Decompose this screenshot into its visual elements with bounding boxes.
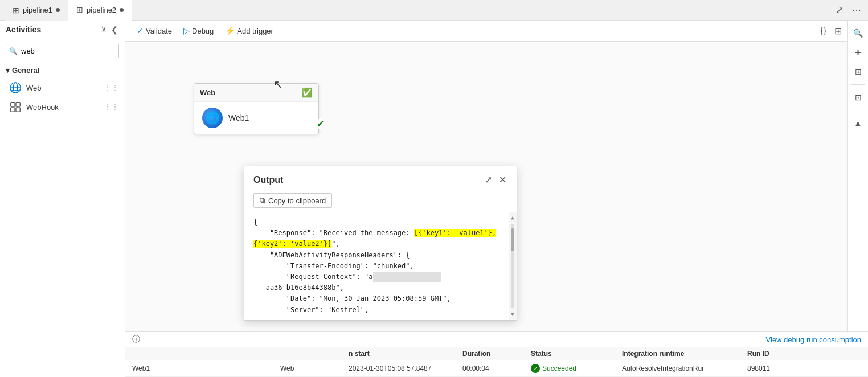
- cell-duration: 00:00:04: [462, 364, 531, 372]
- output-title: Output: [253, 175, 283, 185]
- cell-type: Web: [280, 364, 349, 372]
- svg-rect-7: [11, 108, 15, 112]
- copy-icon: ⧉: [260, 196, 265, 205]
- search-box: 🔍: [6, 44, 119, 58]
- output-line-1: {: [253, 217, 505, 228]
- canvas-area: ✓ Validate ▷ Debug ⚡ Add trigger {} ⊞ ⋯ …: [125, 21, 868, 377]
- sidebar-collapse-btn[interactable]: ❮: [110, 25, 119, 34]
- output-line-3: "ADFWebActivityResponseHeaders": {: [253, 250, 505, 261]
- tab-pipeline1-label: pipeline1: [23, 6, 52, 14]
- output-line-6: aa36-b16e8b44388b",: [253, 282, 505, 293]
- col-header-runid: Run ID: [747, 350, 861, 358]
- bottom-panel-toolbar: ⓘ View debug run consumption: [125, 332, 868, 347]
- web-globe-icon: [9, 81, 22, 94]
- tab-pipeline1-dot: [56, 8, 60, 12]
- webhook-drag-handle: ⋮⋮: [103, 103, 119, 112]
- node-header: Web ✅: [194, 84, 318, 102]
- col-header-type: [280, 350, 349, 358]
- more-menu-button[interactable]: ⋯: [850, 3, 863, 17]
- table-row: Web1 Web 2023-01-30T05:08:57.8487 00:00:…: [125, 360, 868, 377]
- node-body: 🌐 Web1: [194, 102, 318, 134]
- sidebar-title: Activities: [6, 25, 41, 34]
- pipeline2-icon: ⊞: [76, 5, 83, 14]
- cell-runid: 898011: [747, 364, 861, 372]
- table-header: n start Duration Status Integration runt…: [125, 347, 868, 360]
- group-label: General: [12, 66, 39, 75]
- view-consumption-link[interactable]: View debug run consumption: [766, 335, 861, 344]
- svg-rect-5: [11, 103, 15, 106]
- output-panel: Output ⤢ ✕ ⧉ Copy to clipboard { "Respon…: [244, 166, 517, 321]
- node-title: Web: [200, 88, 215, 97]
- sidebar: Activities ⊻ ❮ 🔍 ▾ General Web ⋮⋮: [0, 21, 125, 377]
- node-check-small-icon: ✔: [317, 118, 324, 129]
- zoom-search-button[interactable]: 🔍: [850, 25, 866, 41]
- cell-name: Web1: [132, 364, 280, 372]
- copy-label: Copy to clipboard: [268, 196, 326, 205]
- output-line-7: "Date": "Mon, 30 Jan 2023 05:08:59 GMT",: [253, 293, 505, 304]
- node-globe-icon: 🌐: [202, 108, 223, 128]
- scroll-thumb: [511, 228, 514, 251]
- col-header-name: [132, 350, 280, 358]
- output-line-5: "Request-Context": "a: [253, 272, 505, 282]
- scroll-down-btn[interactable]: ▼: [510, 309, 515, 319]
- col-header-status: Status: [531, 350, 622, 358]
- tab-pipeline2-dot: [120, 8, 124, 12]
- svg-rect-6: [16, 103, 20, 106]
- group-header-general[interactable]: ▾ General: [0, 63, 125, 78]
- sidebar-item-web[interactable]: Web ⋮⋮: [0, 78, 125, 97]
- right-sidebar: 🔍 + ⊞ ⊡ ▲: [847, 21, 868, 377]
- tab-bar: ⊞ pipeline1 ⊞ pipeline2 ⤢ ⋯: [0, 0, 868, 21]
- tab-pipeline2[interactable]: ⊞ pipeline2: [68, 0, 132, 21]
- cell-start: 2023-01-30T05:08:57.8487: [349, 364, 462, 372]
- cell-integration: AutoResolveIntegrationRur: [622, 364, 747, 372]
- main-layout: Activities ⊻ ❮ 🔍 ▾ General Web ⋮⋮: [0, 21, 868, 377]
- cell-status: ✓ Succeeded: [531, 364, 622, 373]
- scroll-track: [511, 224, 514, 308]
- col-header-integration: Integration runtime: [622, 350, 747, 358]
- output-line-2: "Response": "Received the message: [{'ke…: [253, 228, 505, 249]
- fit-screen-button[interactable]: ⊞: [850, 64, 866, 80]
- mini-map-button[interactable]: ⊡: [850, 89, 866, 105]
- sidebar-item-webhook[interactable]: WebHook ⋮⋮: [0, 97, 125, 117]
- copy-to-clipboard-button[interactable]: ⧉ Copy to clipboard: [253, 193, 332, 208]
- scrollbar[interactable]: ▲ ▼: [509, 212, 517, 320]
- info-icon: ⓘ: [132, 334, 140, 345]
- node-check-icon: ✅: [301, 87, 313, 98]
- tab-pipeline2-label: pipeline2: [87, 6, 116, 14]
- svg-rect-8: [16, 108, 20, 112]
- status-label: Succeeded: [542, 364, 576, 372]
- sidebar-header: Activities ⊻ ❮: [0, 21, 125, 39]
- activity-node-web1[interactable]: Web ✅ 🌐 Web1 ✔: [194, 83, 319, 134]
- zoom-plus-btn[interactable]: +: [850, 44, 866, 60]
- col-header-duration: Duration: [462, 350, 531, 358]
- output-line-8: "Server": "Kestrel",: [253, 305, 505, 315]
- output-content: { "Response": "Received the message: [{'…: [244, 212, 517, 320]
- output-expand-button[interactable]: ⤢: [484, 173, 493, 186]
- pipeline-canvas[interactable]: ↖ Web ✅ 🌐 Web1 ✔ Output ⤢: [125, 21, 868, 377]
- webhook-item-label: WebHook: [26, 103, 59, 112]
- output-header-btns: ⤢ ✕: [484, 173, 507, 186]
- highlight-response: [{'key1': 'value1'}, {'key2': 'value2'}]: [253, 229, 496, 248]
- search-input[interactable]: [6, 44, 119, 58]
- right-divider-1: [851, 84, 865, 85]
- success-check-icon: ✓: [531, 364, 540, 373]
- tab-pipeline1[interactable]: ⊞ pipeline1: [5, 0, 68, 21]
- collapse-bottom-button[interactable]: ▲: [850, 115, 866, 131]
- web-item-label: Web: [26, 84, 42, 92]
- node-name-label: Web1: [228, 113, 249, 122]
- sidebar-expand-btn[interactable]: ⊻: [100, 25, 108, 34]
- expand-icon[interactable]: ⤢: [833, 3, 845, 17]
- web-drag-handle: ⋮⋮: [103, 83, 119, 92]
- search-icon: 🔍: [9, 47, 18, 55]
- output-close-button[interactable]: ✕: [498, 173, 507, 186]
- sidebar-controls: ⊻ ❮: [100, 25, 119, 34]
- col-header-start: n start: [349, 350, 462, 358]
- output-panel-header: Output ⤢ ✕: [244, 166, 517, 191]
- right-divider-2: [851, 110, 865, 110]
- redacted-text: [373, 272, 441, 282]
- bottom-panel: ⓘ View debug run consumption n start Dur…: [125, 331, 868, 377]
- group-chevron-icon: ▾: [6, 66, 10, 75]
- scroll-up-btn[interactable]: ▲: [510, 212, 515, 223]
- tabbar-actions: ⤢ ⋯: [833, 3, 863, 17]
- output-line-4: "Transfer-Encoding": "chunked",: [253, 261, 505, 272]
